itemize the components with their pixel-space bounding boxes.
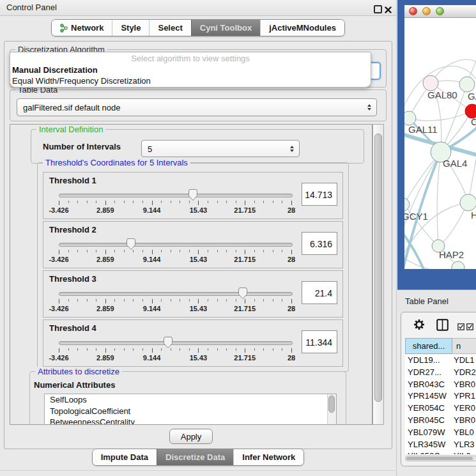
attribute-list-item[interactable]: BetweennessCentrality (45, 417, 336, 425)
column-header-name[interactable]: n (452, 338, 476, 354)
cell-name: YER0 (454, 403, 475, 415)
attribute-list-item[interactable]: SelfLoops (45, 394, 336, 406)
table-row[interactable]: YLR345WYLR3 (405, 439, 476, 451)
number-of-intervals-combobox[interactable]: 5 (141, 140, 300, 157)
table-row[interactable]: YDR27...YDR2 (405, 367, 476, 379)
slider-track[interactable] (59, 292, 293, 296)
tab-discretize-data[interactable]: Discretize Data (157, 449, 233, 465)
slider-thumb[interactable] (188, 189, 198, 201)
dropdown-option-equal-width-frequency[interactable]: Equal Width/Frequency Discretization (10, 75, 371, 86)
slider-tick (96, 348, 96, 351)
cell-name: YDR2 (454, 367, 476, 379)
table-horizontal-scrollbar[interactable] (405, 456, 476, 461)
slider-tick-label: 15.43 (178, 206, 219, 214)
network-node[interactable] (404, 198, 410, 211)
slider-tick-label: -3.426 (38, 354, 79, 362)
table-row[interactable]: YBR045CYBR0 (405, 415, 476, 427)
slider-tick (87, 348, 88, 351)
slider-tick-label: -3.426 (38, 256, 79, 263)
attributes-list-scrollbar[interactable] (327, 394, 336, 425)
table-row[interactable]: YBR043CYBR0 (405, 379, 476, 391)
slider-tick (114, 250, 115, 252)
tab-style[interactable]: Style (112, 20, 149, 36)
slider-tick (68, 250, 69, 252)
attribute-list-item[interactable]: TopologicalCoefficient (45, 406, 336, 417)
slider-tick (152, 250, 153, 254)
slider-tick-label: 21.715 (224, 206, 265, 214)
minimize-window-icon[interactable] (422, 7, 431, 15)
slider-tick (105, 201, 106, 205)
table-row[interactable]: YPR145WYPR1 (405, 390, 476, 403)
tab-infer-network[interactable]: Infer Network (233, 449, 303, 465)
slider-tick (198, 250, 199, 254)
slider-thumb[interactable] (163, 337, 173, 349)
threshold-value-field[interactable]: 14.713 (302, 183, 337, 206)
network-node-label: GA (468, 91, 476, 102)
zoom-window-icon[interactable] (436, 7, 444, 15)
network-node[interactable] (404, 111, 416, 125)
dropdown-option-manual-discretization[interactable]: Manual Discretization (10, 65, 371, 75)
slider-tick (226, 348, 227, 351)
network-node[interactable] (423, 75, 438, 91)
settings-vertical-scrollbar[interactable] (372, 124, 384, 425)
threshold-value-field[interactable]: 6.316 (302, 232, 337, 255)
slider-tick-label: 9.144 (132, 206, 173, 214)
network-node[interactable] (460, 194, 476, 211)
threshold-value-field[interactable]: 11.344 (302, 330, 337, 353)
tab-label: Discretize Data (165, 452, 225, 462)
slider-thumb[interactable] (238, 288, 248, 300)
slider-tick (245, 348, 245, 353)
network-canvas[interactable]: GAL80GACGAL11GAL4GCY1HHAP2 (404, 18, 476, 269)
slider-track[interactable] (59, 243, 293, 247)
gear-icon[interactable] (413, 319, 425, 333)
table-horizontal-scrollbar-thumb[interactable] (406, 457, 473, 460)
float-window-icon[interactable] (374, 5, 382, 13)
network-node-label: H (471, 210, 476, 220)
tab-jactivemnodules[interactable]: jActiveMNodules (260, 20, 344, 36)
network-window-titlebar[interactable] (404, 5, 476, 18)
slider-thumb[interactable] (126, 238, 136, 250)
slider-tick (254, 250, 255, 252)
close-window-icon[interactable] (409, 7, 417, 15)
numerical-attributes-list[interactable]: SelfLoopsTopologicalCoefficientBetweenne… (44, 394, 337, 425)
network-node-label: GCY1 (404, 211, 428, 222)
network-node[interactable] (459, 77, 475, 92)
columns-icon[interactable] (436, 319, 449, 334)
cell-shared-name: YIL052C (405, 450, 454, 454)
checkbox-icon[interactable] (457, 321, 464, 333)
node-table[interactable]: YDL19...YDL1YDR27...YDR2YBR043CYBR0YPR14… (405, 355, 476, 454)
tab-select[interactable]: Select (149, 20, 190, 36)
slider-track[interactable] (59, 194, 293, 197)
tab-impute-data[interactable]: Impute Data (93, 449, 157, 465)
checkbox-icon[interactable] (466, 321, 473, 333)
apply-button[interactable]: Apply (169, 429, 213, 444)
tab-label: jActiveMNodules (269, 23, 336, 33)
slider-tick (291, 250, 292, 254)
threshold-value-field[interactable]: 21.4 (302, 281, 337, 304)
slider-tick (161, 250, 162, 252)
table-row[interactable]: YDL19...YDL1 (405, 355, 476, 367)
table-row[interactable]: YBL079WYBL0 (405, 427, 476, 439)
tab-label: Infer Network (242, 452, 295, 462)
table-row[interactable]: YIL052CYIL0 (405, 450, 476, 454)
settings-scrollbar-thumb[interactable] (374, 134, 382, 402)
slider-track[interactable] (59, 341, 293, 345)
table-data-combobox[interactable]: galFiltered.sif default node (17, 98, 377, 116)
network-node-label: GAL4 (443, 158, 467, 169)
table-data-group: Table Data galFiltered.sif default node (10, 89, 387, 121)
column-header-shared-name[interactable]: shared... (405, 338, 452, 354)
attributes-list-scrollbar-thumb[interactable] (328, 395, 335, 413)
attributes-group-title: Attributes to discretize (35, 367, 122, 376)
tab-cyni-toolbox[interactable]: Cyni Toolbox (191, 20, 260, 36)
slider-tick-label: 28 (271, 354, 312, 362)
slider-tick (226, 250, 227, 252)
table-row[interactable]: YER054CYER0 (405, 403, 476, 415)
top-tabbar: NetworkStyleSelectCyni ToolboxjActiveMNo… (0, 19, 396, 36)
slider-tick-label: 15.43 (178, 305, 219, 312)
threshold-row-4: Threshold 4-3.4262.8599.14415.4321.71528… (43, 319, 343, 367)
tab-network[interactable]: Network (52, 20, 112, 36)
slider-tick (198, 201, 199, 205)
slider-tick (236, 299, 236, 302)
slider-tick (133, 348, 134, 351)
close-icon[interactable] (385, 4, 392, 12)
